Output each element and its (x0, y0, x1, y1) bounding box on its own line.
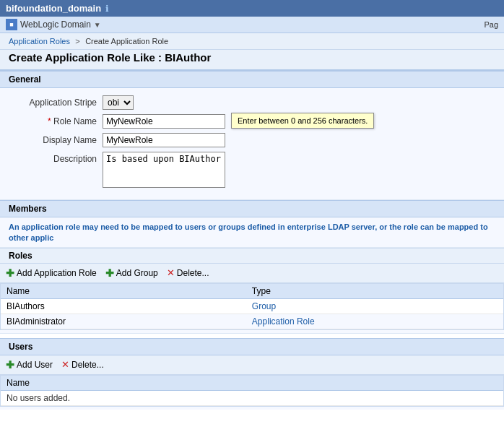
domain-bar-label: WebLogic Domain (20, 20, 91, 30)
tooltip-box: Enter between 0 and 256 characters. (231, 113, 374, 129)
users-toolbar: ✚ Add User ✕ Delete... (0, 355, 504, 375)
no-users-text: No users added. (1, 390, 503, 405)
role-name-input[interactable] (103, 114, 225, 129)
general-form: Application Stripe obi * Role Name Enter… (23, 95, 495, 188)
page-title: Create Application Role Like : BIAuthor (9, 51, 211, 64)
app-stripe-control: obi (103, 95, 134, 110)
add-user-icon: ✚ (6, 359, 14, 371)
users-col-name: Name (1, 376, 503, 391)
users-table: Name No users added. (1, 376, 503, 406)
role-name-cell: BIAdministrator (1, 314, 246, 329)
members-description: An application role may need to be mappe… (9, 222, 495, 244)
users-delete-button[interactable]: ✕ Delete... (61, 359, 104, 370)
table-row: BIAdministratorApplication Role (1, 314, 503, 329)
no-users-row: No users added. (1, 390, 503, 405)
roles-col-name: Name (1, 284, 246, 299)
roles-delete-icon: ✕ (167, 267, 175, 278)
display-name-control (103, 133, 225, 147)
users-delete-label: Delete... (71, 360, 104, 370)
roles-toolbar: ✚ Add Application Role ✚ Add Group ✕ Del… (0, 264, 504, 283)
description-row: Description Is based upon BIAuthor (23, 152, 495, 188)
add-user-button[interactable]: ✚ Add User (6, 359, 53, 371)
breadcrumb-separator: > (75, 37, 79, 46)
top-bar: bifoundation_domain ℹ (0, 0, 504, 17)
users-section: ✚ Add User ✕ Delete... Name No users add… (0, 355, 504, 410)
info-icon[interactable]: ℹ (105, 4, 109, 14)
role-type-cell: Application Role (246, 314, 503, 329)
app-stripe-select[interactable]: obi (103, 95, 134, 110)
add-user-label: Add User (17, 360, 53, 370)
app-stripe-label: Application Stripe (23, 95, 103, 108)
table-row: BIAuthorsGroup (1, 298, 503, 314)
role-name-row: * Role Name Enter between 0 and 256 char… (23, 114, 495, 129)
users-scroll-area: Name No users added. (0, 375, 504, 407)
users-delete-icon: ✕ (61, 359, 69, 370)
domain-title: bifoundation_domain (6, 3, 101, 14)
roles-delete-button[interactable]: ✕ Delete... (167, 267, 209, 278)
members-section-header: Members (0, 200, 504, 217)
display-name-label: Display Name (23, 133, 103, 145)
weblogic-domain-icon: ■ (6, 19, 17, 30)
main-content: General Application Stripe obi * Role Na… (0, 71, 504, 432)
breadcrumb: Application Roles > Create Application R… (0, 33, 504, 50)
roles-table: Name Type BIAuthorsGroupBIAdministratorA… (1, 284, 503, 329)
role-name-control: Enter between 0 and 256 characters. (103, 114, 225, 129)
users-table-header-row: Name (1, 376, 503, 391)
domain-bar: ■ WebLogic Domain ▼ Pag (0, 17, 504, 33)
add-app-role-label: Add Application Role (17, 268, 97, 278)
general-section: Application Stripe obi * Role Name Enter… (0, 88, 504, 200)
roles-section: ✚ Add Application Role ✚ Add Group ✕ Del… (0, 264, 504, 334)
roles-col-type: Type (246, 284, 503, 299)
page-label: Pag (484, 20, 498, 29)
description-control: Is based upon BIAuthor (103, 152, 225, 188)
role-name-label: * Role Name (23, 114, 103, 126)
role-name-cell: BIAuthors (1, 298, 246, 314)
roles-delete-label: Delete... (177, 268, 209, 278)
domain-dropdown-icon[interactable]: ▼ (94, 21, 101, 29)
roles-table-header-row: Name Type (1, 284, 503, 299)
add-group-icon: ✚ (105, 267, 114, 279)
general-section-header: General (0, 71, 504, 88)
required-marker: * (48, 116, 51, 126)
roles-subsection-header: Roles (0, 248, 504, 264)
roles-scroll-area: Name Type BIAuthorsGroupBIAdministratorA… (0, 283, 504, 330)
add-group-label: Add Group (116, 268, 158, 278)
breadcrumb-current: Create Application Role (85, 37, 168, 46)
role-type-cell: Group (246, 298, 503, 314)
page-title-bar: Create Application Role Like : BIAuthor (0, 50, 504, 71)
description-input[interactable]: Is based upon BIAuthor (103, 152, 225, 188)
add-application-role-button[interactable]: ✚ Add Application Role (6, 267, 97, 279)
breadcrumb-link[interactable]: Application Roles (9, 37, 70, 46)
add-app-role-icon: ✚ (6, 267, 14, 279)
display-name-row: Display Name (23, 133, 495, 147)
members-section: An application role may need to be mappe… (0, 217, 504, 248)
display-name-input[interactable] (103, 133, 225, 147)
app-stripe-row: Application Stripe obi (23, 95, 495, 110)
users-section-header: Users (0, 338, 504, 355)
description-label: Description (23, 152, 103, 164)
add-group-button[interactable]: ✚ Add Group (105, 267, 158, 279)
